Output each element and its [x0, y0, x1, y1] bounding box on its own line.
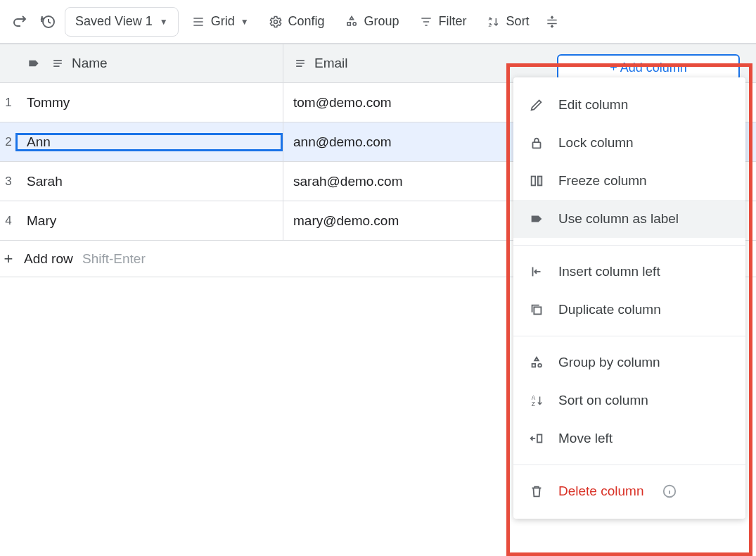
chevron-down-icon: ▼ — [160, 17, 168, 27]
sort-button[interactable]: AZ Sort — [480, 7, 537, 37]
row-number: 1 — [0, 96, 17, 110]
menu-use-as-label[interactable]: Use column as label — [513, 200, 745, 238]
menu-label: Lock column — [558, 135, 634, 151]
selection-indicator — [15, 133, 283, 151]
row-number: 4 — [0, 214, 17, 228]
menu-label: Duplicate column — [558, 302, 661, 317]
svg-text:Z: Z — [488, 22, 491, 27]
menu-label: Sort on column — [558, 393, 648, 408]
label-icon — [27, 56, 41, 70]
svg-point-3 — [353, 22, 356, 25]
menu-duplicate[interactable]: Duplicate column — [513, 291, 745, 329]
svg-rect-10 — [532, 364, 536, 367]
menu-label: Freeze column — [558, 173, 647, 189]
svg-rect-7 — [532, 177, 536, 186]
menu-lock-column[interactable]: Lock column — [513, 124, 745, 162]
move-left-icon — [529, 431, 544, 446]
svg-text:A: A — [488, 16, 492, 21]
text-icon — [293, 56, 307, 70]
insert-left-icon — [529, 264, 544, 279]
menu-label: Move left — [558, 431, 613, 446]
menu-label: Group by column — [558, 355, 660, 370]
group-label: Group — [364, 14, 399, 29]
menu-label: Insert column left — [558, 264, 660, 279]
view-type-label: Grid — [211, 14, 235, 29]
add-row-hint: Shift-Enter — [82, 251, 146, 266]
menu-separator — [513, 336, 745, 336]
menu-edit-column[interactable]: Edit column — [513, 86, 745, 124]
menu-separator — [513, 465, 745, 465]
svg-text:A: A — [532, 395, 536, 401]
group-icon — [529, 355, 544, 370]
cell-name[interactable]: Tommy — [17, 95, 283, 110]
filter-label: Filter — [439, 14, 467, 29]
saved-view-label: Saved View 1 — [75, 14, 153, 29]
row-height-button[interactable] — [542, 7, 562, 37]
svg-point-1 — [274, 20, 277, 23]
grid-icon — [191, 15, 205, 29]
group-button[interactable]: Group — [338, 7, 406, 37]
chevron-down-icon: ▼ — [241, 17, 249, 27]
trash-icon — [529, 484, 544, 499]
group-icon — [345, 15, 359, 29]
cell-name[interactable]: Ann — [17, 134, 283, 150]
redo-icon — [11, 13, 28, 30]
column-context-menu: Edit column Lock column Freeze column Us… — [513, 77, 745, 519]
sort-label: Sort — [506, 14, 530, 29]
add-row-label: Add row — [24, 251, 73, 266]
sort-icon: AZ — [529, 393, 544, 408]
menu-group-by[interactable]: Group by column — [513, 343, 745, 381]
column-email-label: Email — [314, 56, 348, 71]
filter-icon — [419, 15, 433, 29]
cell-name[interactable]: Mary — [17, 213, 283, 229]
svg-text:Z: Z — [532, 401, 535, 407]
duplicate-icon — [529, 302, 544, 317]
column-header-email[interactable]: Email — [283, 56, 565, 71]
menu-separator — [513, 245, 745, 246]
freeze-icon — [529, 173, 544, 189]
column-name-label: Name — [72, 56, 108, 71]
view-type-selector[interactable]: Grid ▼ — [184, 7, 256, 37]
menu-freeze-column[interactable]: Freeze column — [513, 162, 745, 200]
filter-button[interactable]: Filter — [412, 7, 474, 37]
config-button[interactable]: Config — [262, 7, 332, 37]
row-height-icon — [545, 15, 559, 29]
gear-icon — [269, 15, 283, 29]
cell-name[interactable]: Sarah — [17, 174, 283, 189]
menu-sort-on[interactable]: AZ Sort on column — [513, 381, 745, 419]
row-number: 2 — [0, 135, 17, 149]
menu-label: Delete column — [558, 484, 643, 499]
row-number: 3 — [0, 175, 17, 189]
info-icon — [662, 484, 677, 499]
saved-view-selector[interactable]: Saved View 1 ▼ — [65, 7, 179, 37]
sort-icon: AZ — [487, 15, 501, 29]
menu-label: Use column as label — [558, 211, 679, 227]
toolbar: Saved View 1 ▼ Grid ▼ Config Group Filte… — [0, 0, 756, 44]
menu-label: Edit column — [558, 97, 628, 113]
redo-button[interactable] — [8, 11, 31, 33]
svg-point-11 — [538, 364, 542, 367]
column-header-name[interactable]: Name — [17, 56, 283, 71]
pencil-icon — [529, 97, 544, 113]
text-icon — [51, 56, 65, 70]
svg-rect-8 — [538, 177, 542, 186]
add-column-label: + Add column — [610, 61, 687, 75]
plus-icon: + — [0, 250, 17, 268]
svg-rect-2 — [347, 22, 350, 25]
cell-name-value: Ann — [27, 134, 51, 149]
history-button[interactable] — [37, 11, 59, 33]
history-icon — [39, 13, 56, 30]
config-label: Config — [288, 14, 325, 29]
menu-delete-column[interactable]: Delete column — [513, 472, 745, 510]
menu-insert-left[interactable]: Insert column left — [513, 253, 745, 291]
svg-rect-9 — [534, 307, 541, 314]
svg-rect-14 — [537, 435, 542, 443]
svg-rect-6 — [533, 142, 541, 148]
lock-icon — [529, 135, 544, 151]
menu-move-left[interactable]: Move left — [513, 419, 745, 457]
label-icon — [529, 211, 544, 227]
